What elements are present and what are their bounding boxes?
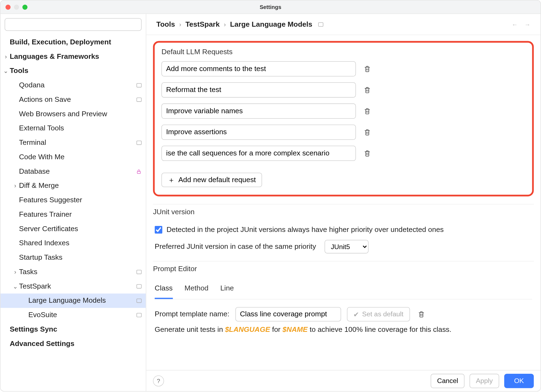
prompt-body-mid: for	[270, 326, 282, 333]
breadcrumb: Tools › TestSpark › Large Language Model…	[146, 14, 541, 35]
tree-item-tools[interactable]: ⌄Tools	[1, 64, 146, 78]
separator-badge-icon	[318, 22, 323, 26]
tree-item-label: Actions on Save	[19, 96, 136, 104]
default-request-input[interactable]	[162, 61, 356, 76]
default-request-input[interactable]	[162, 82, 356, 98]
titlebar: Settings	[1, 1, 541, 14]
tree-item-database[interactable]: ›Database	[1, 164, 146, 179]
tree-item-label: Terminal	[19, 139, 136, 147]
tree-item-label: Tasks	[19, 268, 136, 276]
separator-badge-icon	[136, 83, 142, 88]
minimize-icon[interactable]	[14, 4, 19, 10]
junit-priority-checkbox[interactable]	[155, 226, 162, 234]
tree-item-label: Large Language Models	[28, 296, 136, 305]
maximize-icon[interactable]	[22, 4, 28, 10]
tree-item-testspark[interactable]: ⌄TestSpark	[1, 279, 146, 294]
delete-request-button[interactable]	[362, 84, 373, 95]
delete-request-button[interactable]	[362, 127, 373, 137]
template-name-input[interactable]	[235, 307, 341, 321]
default-request-input[interactable]	[162, 146, 356, 161]
tree-item-startup-tasks[interactable]: ›Startup Tasks	[1, 250, 146, 265]
separator-badge-icon	[136, 270, 142, 274]
tree-item-label: Languages & Frameworks	[10, 52, 142, 61]
tree-item-label: Startup Tasks	[19, 253, 142, 262]
separator-badge-icon	[136, 97, 142, 102]
main-panel: Tools › TestSpark › Large Language Model…	[146, 14, 541, 391]
prompt-var-name: $NAME	[282, 326, 308, 333]
tree-item-label: Qodana	[19, 81, 136, 90]
chevron-right-icon: ›	[224, 21, 226, 28]
tree-item-label: TestSpark	[19, 282, 136, 290]
tree-item-features-trainer[interactable]: ›Features Trainer	[1, 207, 146, 222]
set-default-label: Set as default	[362, 310, 403, 318]
tree-item-large-language-models[interactable]: ›Large Language Models	[1, 293, 146, 308]
tree-item-external-tools[interactable]: ›External Tools	[1, 121, 146, 136]
default-request-row	[162, 82, 525, 98]
chevron-right-icon[interactable]: ›	[11, 182, 19, 189]
tree-item-tasks[interactable]: ›Tasks	[1, 265, 146, 279]
preferred-junit-select[interactable]: JUnit5	[324, 240, 368, 253]
back-icon[interactable]: ←	[512, 21, 518, 28]
tree-item-label: Web Browsers and Preview	[19, 110, 142, 118]
chevron-down-icon[interactable]: ⌄	[2, 68, 10, 74]
chevron-right-icon[interactable]: ›	[11, 269, 19, 275]
tree-item-actions-on-save[interactable]: ›Actions on Save	[1, 93, 146, 107]
add-default-request-button[interactable]: ＋ Add new default request	[162, 173, 262, 187]
prompt-body[interactable]: Generate unit tests in $LANGUAGE for $NA…	[155, 326, 532, 334]
delete-request-button[interactable]	[362, 63, 373, 74]
tree-item-code-with-me[interactable]: ›Code With Me	[1, 150, 146, 164]
search-input[interactable]	[5, 18, 142, 31]
tree-item-evosuite[interactable]: ›EvoSuite	[1, 308, 146, 322]
separator-badge-icon	[136, 299, 142, 303]
preferred-junit-label: Preferred JUnit version in case of the s…	[155, 243, 316, 251]
prompt-body-suffix: to achieve 100% line coverage for this c…	[308, 326, 451, 333]
lock-icon	[136, 169, 142, 174]
content-scroll[interactable]: Default LLM Requests ＋ Add new default r…	[146, 35, 541, 370]
close-icon[interactable]	[5, 4, 11, 10]
tree-item-advanced-settings[interactable]: ›Advanced Settings	[1, 337, 146, 351]
tree-item-server-certificates[interactable]: ›Server Certificates	[1, 222, 146, 236]
settings-tree[interactable]: ›Build, Execution, Deployment›Languages …	[1, 35, 146, 391]
tree-item-diff-merge[interactable]: ›Diff & Merge	[1, 179, 146, 193]
tree-item-web-browsers-and-preview[interactable]: ›Web Browsers and Preview	[1, 107, 146, 121]
default-request-input[interactable]	[162, 125, 356, 140]
default-requests-title: Default LLM Requests	[162, 48, 525, 56]
prompt-tabs: ClassMethodLine	[155, 281, 532, 299]
delete-template-button[interactable]	[416, 309, 427, 320]
tree-item-languages-frameworks[interactable]: ›Languages & Frameworks	[1, 50, 146, 64]
tree-item-terminal[interactable]: ›Terminal	[1, 136, 146, 150]
tree-item-label: Shared Indexes	[19, 239, 142, 247]
tree-item-shared-indexes[interactable]: ›Shared Indexes	[1, 236, 146, 250]
tree-item-label: Server Certificates	[19, 225, 142, 233]
tab-class[interactable]: Class	[155, 281, 173, 299]
tree-item-label: Advanced Settings	[10, 339, 142, 348]
separator-badge-icon	[136, 284, 142, 289]
tab-line[interactable]: Line	[220, 281, 234, 299]
check-icon: ✔	[353, 310, 359, 318]
tab-method[interactable]: Method	[184, 281, 208, 299]
set-default-button[interactable]: ✔ Set as default	[347, 307, 410, 321]
junit-priority-label: Detected in the project JUnit versions a…	[166, 226, 443, 234]
window-title: Settings	[260, 4, 281, 10]
default-request-input[interactable]	[162, 103, 356, 119]
ok-button[interactable]: OK	[504, 373, 534, 388]
crumb-llm[interactable]: Large Language Models	[230, 20, 312, 29]
breadcrumb-nav: ← →	[512, 21, 530, 28]
junit-heading: JUnit version	[153, 204, 534, 219]
delete-request-button[interactable]	[362, 148, 373, 159]
tree-item-features-suggester[interactable]: ›Features Suggester	[1, 193, 146, 207]
tree-item-qodana[interactable]: ›Qodana	[1, 78, 146, 93]
crumb-tools[interactable]: Tools	[156, 20, 175, 29]
tree-item-build-execution-deployment[interactable]: ›Build, Execution, Deployment	[1, 35, 146, 50]
tree-item-settings-sync[interactable]: ›Settings Sync	[1, 322, 146, 337]
chevron-down-icon[interactable]: ⌄	[11, 283, 19, 290]
default-llm-requests-section: Default LLM Requests ＋ Add new default r…	[153, 41, 534, 196]
cancel-button[interactable]: Cancel	[431, 373, 464, 388]
default-request-row	[162, 125, 525, 140]
chevron-right-icon[interactable]: ›	[2, 53, 10, 60]
help-button[interactable]: ?	[153, 375, 164, 386]
apply-button[interactable]: Apply	[470, 373, 499, 388]
delete-request-button[interactable]	[362, 106, 373, 117]
crumb-testspark[interactable]: TestSpark	[186, 20, 220, 29]
tree-item-label: Database	[19, 167, 136, 176]
